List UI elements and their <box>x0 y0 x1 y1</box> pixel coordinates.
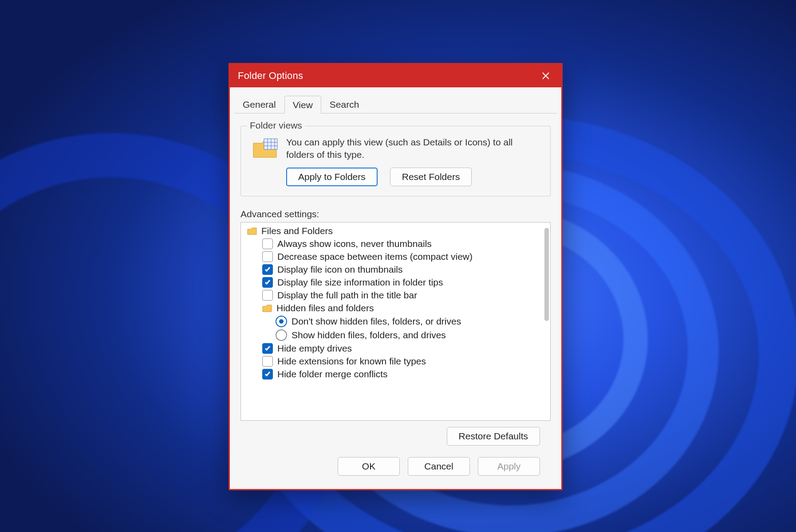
folder-views-group: Folder views You can apply this view (su… <box>240 126 551 196</box>
checkbox[interactable] <box>262 251 273 262</box>
tree-item-label: Hide folder merge conflicts <box>277 369 388 379</box>
tree-subgroup[interactable]: Hidden files and folders <box>244 301 542 314</box>
folder-icon <box>262 304 272 312</box>
tree-item-label: Display file size information in folder … <box>277 277 443 288</box>
titlebar[interactable]: Folder Options <box>230 64 561 87</box>
close-button[interactable] <box>536 67 556 85</box>
desktop-wallpaper: Folder Options General View Search Folde… <box>0 0 796 532</box>
tree-item-label: Display file icon on thumbnails <box>277 264 402 275</box>
tree-item[interactable]: Display the full path in the title bar <box>244 289 542 301</box>
checkbox[interactable] <box>262 239 273 249</box>
tree-item[interactable]: Hide empty drives <box>244 342 542 355</box>
apply-button[interactable]: Apply <box>478 457 540 476</box>
radio[interactable] <box>276 316 287 327</box>
cancel-button[interactable]: Cancel <box>408 457 470 476</box>
tree-radio-label: Don't show hidden files, folders, or dri… <box>292 316 461 327</box>
advanced-settings-label: Advanced settings: <box>240 209 551 219</box>
svg-rect-0 <box>264 139 277 149</box>
checkbox[interactable] <box>262 290 273 301</box>
radio[interactable] <box>276 329 287 341</box>
tree-radio-label: Show hidden files, folders, and drives <box>292 330 446 340</box>
close-icon <box>542 72 550 80</box>
tree-subgroup-label: Hidden files and folders <box>276 303 374 313</box>
tree-root-label: Files and Folders <box>261 226 333 236</box>
tree-radio-option[interactable]: Don't show hidden files, folders, or dri… <box>244 314 542 328</box>
checkbox[interactable] <box>262 343 273 354</box>
tree-item[interactable]: Decrease space between items (compact vi… <box>244 250 542 263</box>
tab-search[interactable]: Search <box>321 95 368 113</box>
apply-to-folders-button[interactable]: Apply to Folders <box>286 168 378 186</box>
ok-button[interactable]: OK <box>338 457 400 476</box>
tree-radio-option[interactable]: Show hidden files, folders, and drives <box>244 328 542 342</box>
tab-body-view: Folder views You can apply this view (su… <box>230 113 561 489</box>
tree-item[interactable]: Display file size information in folder … <box>244 276 542 289</box>
checkbox[interactable] <box>262 356 273 367</box>
folder-options-dialog: Folder Options General View Search Folde… <box>229 63 563 490</box>
tree-item-label: Always show icons, never thumbnails <box>277 239 432 249</box>
tree-item-label: Decrease space between items (compact vi… <box>277 251 473 262</box>
tab-view[interactable]: View <box>284 96 321 113</box>
scrollbar-thumb[interactable] <box>544 228 549 321</box>
tab-general[interactable]: General <box>234 95 284 113</box>
tree-item[interactable]: Hide extensions for known file types <box>244 355 542 368</box>
folder-views-description: You can apply this view (such as Details… <box>286 136 540 161</box>
tree-item-label: Hide extensions for known file types <box>277 356 426 367</box>
checkbox[interactable] <box>262 264 273 275</box>
checkbox[interactable] <box>262 277 273 288</box>
restore-defaults-button[interactable]: Restore Defaults <box>447 427 540 446</box>
tab-bar: General View Search <box>230 87 561 113</box>
tree-item[interactable]: Always show icons, never thumbnails <box>244 237 542 250</box>
tree-root[interactable]: Files and Folders <box>244 224 542 237</box>
folder-icon <box>247 227 257 235</box>
tree-item-label: Display the full path in the title bar <box>277 290 417 301</box>
checkbox[interactable] <box>262 369 273 379</box>
window-title: Folder Options <box>238 70 536 82</box>
folder-details-icon <box>252 137 278 160</box>
tree-item[interactable]: Hide folder merge conflicts <box>244 368 542 380</box>
tree-item[interactable]: Display file icon on thumbnails <box>244 263 542 276</box>
group-legend: Folder views <box>247 120 305 131</box>
advanced-settings-list[interactable]: Files and Folders Always show icons, nev… <box>240 222 551 421</box>
tree-item-label: Hide empty drives <box>277 343 352 354</box>
reset-folders-button[interactable]: Reset Folders <box>390 168 472 186</box>
